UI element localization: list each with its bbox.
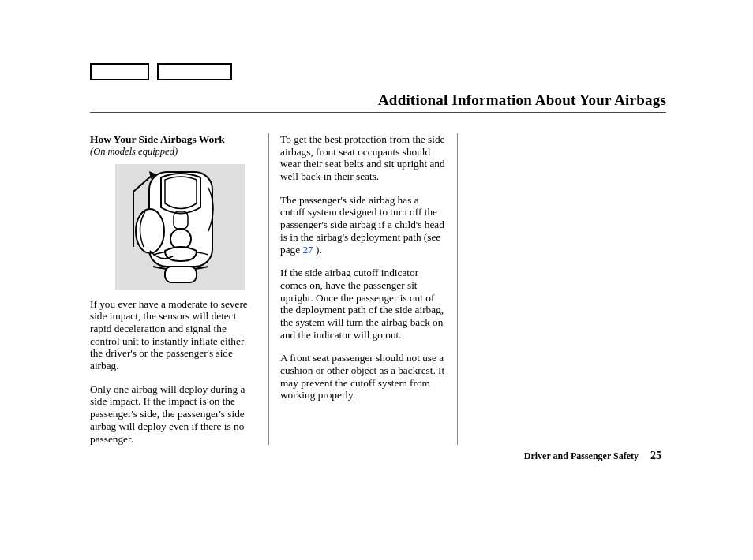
footer-page-number: 25 <box>650 450 661 461</box>
svg-rect-2 <box>165 267 197 282</box>
column-2: To get the best protection from the side… <box>268 133 458 445</box>
seat-airbag-illustration <box>115 164 245 290</box>
page-reference-link[interactable]: 27 <box>302 244 313 256</box>
col2-para-1: To get the best protection from the side… <box>280 133 446 183</box>
page-footer: Driver and Passenger Safety 25 <box>524 450 661 462</box>
footer-section-label: Driver and Passenger Safety <box>524 450 639 461</box>
page-content: Additional Information About Your Airbag… <box>90 63 666 445</box>
column-3 <box>458 133 639 445</box>
col1-para-2: Only one airbag will deploy during a sid… <box>90 383 256 445</box>
col2-p2-text-b: ). <box>313 244 322 256</box>
page-title: Additional Information About Your Airbag… <box>90 91 666 113</box>
header-boxes <box>90 63 666 80</box>
seat-top-view-icon <box>129 168 232 286</box>
section-heading: How Your Side Airbags Work <box>90 133 256 146</box>
header-box-2 <box>157 63 232 80</box>
header-box-1 <box>90 63 149 80</box>
body-columns: How Your Side Airbags Work (On models eq… <box>90 133 666 445</box>
col1-para-1: If you ever have a moderate to severe si… <box>90 298 256 372</box>
col2-para-3: If the side airbag cutoff indicator come… <box>280 267 446 341</box>
col2-para-4: A front seat passenger should not use a … <box>280 352 446 401</box>
section-note: (On models equipped) <box>90 146 256 158</box>
column-1: How Your Side Airbags Work (On models eq… <box>90 133 268 445</box>
col2-para-2: The passenger's side airbag has a cutoff… <box>280 194 446 256</box>
